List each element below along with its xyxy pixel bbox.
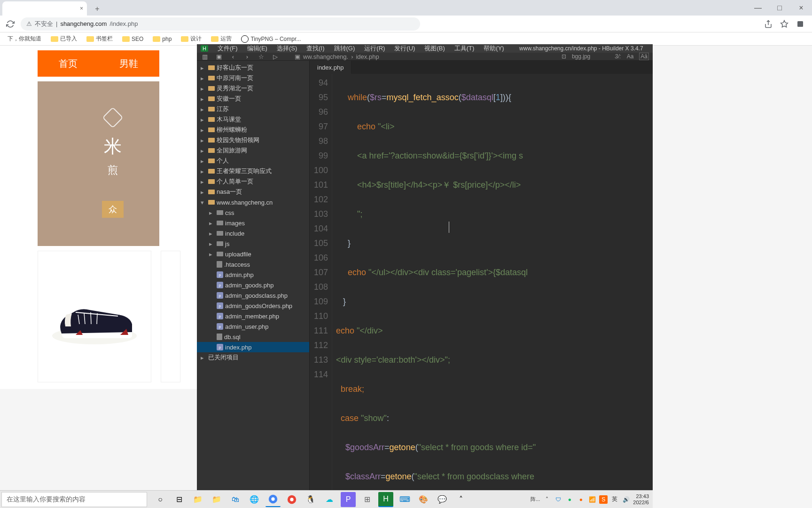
tree-file[interactable]: db.sql — [197, 332, 309, 342]
tree-folder[interactable]: ▸include — [197, 228, 309, 238]
menu-tool[interactable]: 工具(T) — [454, 44, 475, 53]
menu-view[interactable]: 视图(B) — [424, 44, 445, 53]
tree-folder[interactable]: ▸nasa一页 — [197, 187, 309, 197]
bookmark-folder[interactable]: 设计 — [177, 34, 205, 44]
hero-cta-button[interactable]: 众 — [102, 201, 124, 218]
tree-folder[interactable]: ▸安徽一页 — [197, 94, 309, 104]
tree-folder[interactable]: ▸灵秀湖北一页 — [197, 83, 309, 94]
maximize-button[interactable]: □ — [769, 0, 790, 16]
qq-icon[interactable]: 🐧 — [303, 492, 318, 507]
hbuilder-icon[interactable]: H — [378, 492, 393, 507]
nav-back-icon[interactable]: ‹ — [229, 53, 237, 60]
font-larger-icon[interactable]: Aā — [639, 53, 649, 60]
explorer2-icon[interactable]: 📁 — [209, 492, 224, 507]
cloud-icon[interactable]: ☁ — [322, 492, 337, 507]
menu-run[interactable]: 运行(R) — [364, 44, 385, 53]
tree-file[interactable]: padmin.php — [197, 270, 309, 280]
ime-icon[interactable]: 英 — [610, 495, 619, 504]
menu-goto[interactable]: 跳转(G) — [334, 44, 355, 53]
tree-closed-projects[interactable]: ▸已关闭项目 — [197, 352, 309, 363]
edge-icon[interactable]: 🌐 — [247, 492, 262, 507]
star-icon[interactable] — [780, 20, 789, 28]
menu-find[interactable]: 查找(I) — [306, 44, 324, 53]
reload-button[interactable] — [4, 17, 17, 31]
sidebar-toggle-icon[interactable]: ▥ — [201, 53, 209, 60]
address-bar[interactable]: ⚠ 不安全 | shangcheng.com/index.php — [21, 17, 420, 31]
taskview-icon[interactable]: ⊟ — [172, 492, 187, 507]
close-button[interactable]: × — [790, 0, 812, 16]
p-icon[interactable]: P — [341, 492, 356, 507]
code-area[interactable]: 94 95 96 97 98 99 100 101 102 103 104 10… — [310, 74, 653, 508]
menu-select[interactable]: 选择(S) — [277, 44, 297, 53]
tree-folder[interactable]: ▸js — [197, 238, 309, 249]
menu-publish[interactable]: 发行(U) — [394, 44, 415, 53]
code-text[interactable]: while($rs=mysql_fetch_assoc($datasql[1])… — [332, 74, 653, 508]
tree-folder[interactable]: ▸柳州螺蛳粉 — [197, 125, 309, 135]
product-card[interactable] — [161, 251, 180, 382]
chrome2-icon[interactable] — [284, 492, 299, 507]
terminal-icon[interactable]: ▣ — [215, 53, 223, 60]
close-icon[interactable]: × — [80, 5, 83, 12]
bc-domain[interactable]: ww.shangcheng. — [303, 53, 348, 60]
sogou-icon[interactable]: S — [599, 495, 608, 504]
vscode-icon[interactable]: ⌨ — [397, 492, 412, 507]
tree-folder[interactable]: ▸木马课堂 — [197, 114, 309, 125]
bookmark-item[interactable]: 下，你就知道 — [4, 34, 45, 44]
tree-folder[interactable]: ▸css — [197, 207, 309, 218]
nav-home[interactable]: 首页 — [59, 57, 78, 70]
apps-icon[interactable]: 🎨 — [416, 492, 431, 507]
minimize-button[interactable]: — — [747, 0, 769, 16]
tray-app1[interactable]: ● — [565, 495, 574, 504]
tree-folder[interactable]: ▸全国旅游网 — [197, 145, 309, 156]
bookmark-folder[interactable]: 已导入 — [47, 34, 81, 44]
chrome-icon[interactable] — [265, 492, 281, 507]
file-explorer[interactable]: ▸好客山东一页 ▸中原河南一页 ▸灵秀湖北一页 ▸安徽一页 ▸江苏 ▸木马课堂 … — [197, 61, 310, 508]
tree-folder[interactable]: ▸个人 — [197, 156, 309, 166]
nav-men-shoes[interactable]: 男鞋 — [119, 57, 138, 70]
explorer-icon[interactable]: 📁 — [190, 492, 205, 507]
tree-file[interactable]: padmin_goodsOrders.php — [197, 301, 309, 311]
tree-file[interactable]: padmin_goodsclass.php — [197, 290, 309, 301]
up-icon[interactable]: ˄ — [453, 492, 468, 507]
tree-folder[interactable]: ▸中原河南一页 — [197, 73, 309, 83]
tree-file[interactable]: .htaccess — [197, 259, 309, 270]
wechat-icon[interactable]: 💬 — [435, 492, 450, 507]
font-smaller-icon[interactable]: Aa — [627, 53, 634, 60]
tray-chevron[interactable]: ˄ — [543, 495, 551, 504]
tree-folder[interactable]: ▸校园失物招领网 — [197, 135, 309, 145]
bookmark-folder[interactable]: php — [149, 35, 175, 43]
tree-file[interactable]: padmin_goods.php — [197, 280, 309, 290]
bookmark-folder[interactable]: 书签栏 — [83, 34, 117, 44]
tree-file[interactable]: padmin_member.php — [197, 311, 309, 321]
browser-tab[interactable]: × — [2, 1, 87, 16]
tree-folder[interactable]: ▸好客山东一页 — [197, 63, 309, 73]
run-icon[interactable]: ▷ — [271, 53, 280, 60]
shield-icon[interactable]: 🛡 — [554, 495, 562, 504]
tree-folder[interactable]: ▸个人简单一页 — [197, 176, 309, 187]
calc-icon[interactable]: ⊞ — [359, 492, 375, 507]
tree-folder[interactable]: ▸江苏 — [197, 104, 309, 114]
editor-tab-active[interactable]: index.php — [310, 61, 351, 74]
new-tab-button[interactable]: + — [91, 2, 104, 16]
extension-icon[interactable] — [796, 20, 804, 28]
bookmark-folder[interactable]: 运营 — [207, 34, 235, 44]
cortana-icon[interactable]: ○ — [153, 492, 168, 507]
menu-file[interactable]: 文件(F) — [218, 44, 238, 53]
menu-help[interactable]: 帮助(Y) — [484, 44, 504, 53]
nav-forward-icon[interactable]: › — [243, 53, 251, 60]
volume-icon[interactable]: 🔊 — [622, 495, 630, 504]
share-icon[interactable] — [764, 20, 773, 28]
bookmark-item[interactable]: TinyPNG – Compr... — [237, 34, 304, 44]
menu-edit[interactable]: 编辑(E) — [247, 44, 267, 53]
taskbar-search[interactable]: 在这里输入你要搜索的内容 — [1, 492, 147, 507]
tree-folder[interactable]: ▸uploadfile — [197, 249, 309, 259]
preview-icon[interactable]: ⊡ — [562, 53, 566, 60]
tree-folder[interactable]: ▸images — [197, 218, 309, 228]
product-card[interactable] — [38, 251, 151, 382]
taskbar-clock[interactable]: 23:43 2022/6 — [633, 493, 649, 506]
store-icon[interactable]: 🛍 — [228, 492, 243, 507]
tree-file[interactable]: padmin_user.php — [197, 321, 309, 332]
tree-folder[interactable]: ▾www.shangcheng.cn — [197, 197, 309, 207]
tree-file-active[interactable]: pindex.php — [197, 342, 309, 352]
wifi-icon[interactable]: 📶 — [588, 495, 596, 504]
